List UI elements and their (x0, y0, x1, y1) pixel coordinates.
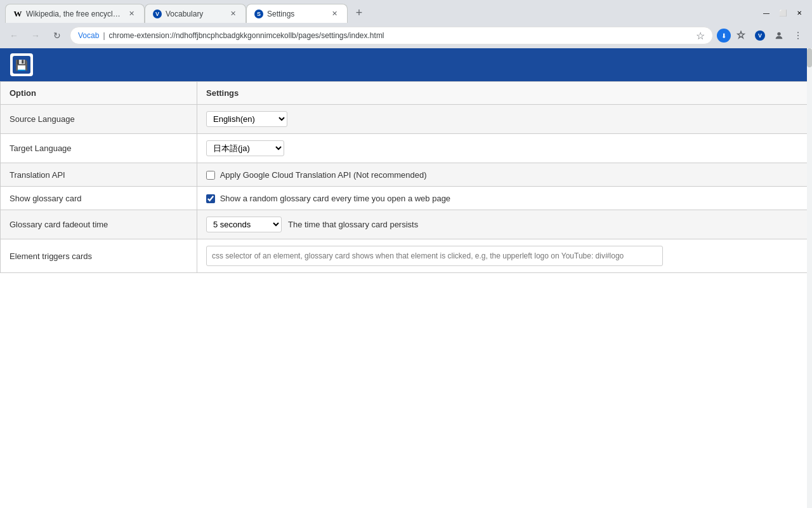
translation-api-label: Translation API (1, 163, 197, 187)
svg-point-0 (777, 32, 780, 36)
source-language-label: Source Language (1, 105, 197, 134)
vocabulary-favicon-icon: V (153, 10, 162, 18)
table-row: Source Language English(en) Japanese(ja)… (1, 105, 812, 134)
menu-icon[interactable] (789, 27, 807, 44)
ext-logo: 💾 (10, 53, 33, 76)
target-language-select[interactable]: 日本語(ja) English(en) Chinese(zh) Korean(k… (206, 140, 284, 156)
table-row: Glossary card fadeout time 1 seconds 2 s… (1, 210, 812, 239)
forward-button[interactable]: → (27, 27, 44, 44)
tab-close-vocabulary[interactable]: ✕ (228, 9, 238, 19)
tab-favicon-wikipedia: W (13, 10, 22, 18)
tab-label-vocabulary: Vocabulary (166, 10, 224, 18)
title-bar: W Wikipedia, the free encyclopedia ✕ V V… (0, 0, 812, 23)
element-triggers-cell (197, 239, 812, 273)
tab-label-settings: Settings (267, 10, 325, 18)
new-tab-button[interactable]: + (350, 4, 368, 22)
download-icon[interactable]: ⬇ (717, 29, 731, 43)
fadeout-time-select[interactable]: 1 seconds 2 seconds 3 seconds 5 seconds … (206, 217, 282, 232)
address-bar[interactable]: Vocab | chrome-extension://ndhoffjbncphc… (70, 27, 713, 44)
toolbar-icons: ⬇ V (717, 27, 807, 44)
element-triggers-label: Element triggers cards (1, 239, 197, 273)
window-controls: — ⬜ ✕ (754, 5, 812, 23)
target-language-label: Target Language (1, 134, 197, 163)
show-glossary-card-checkbox[interactable] (206, 194, 215, 203)
ext-header: 💾 (0, 48, 812, 81)
close-window-button[interactable]: ✕ (792, 5, 807, 20)
show-glossary-card-label: Show glossary card (1, 187, 197, 210)
address-icons: ☆ (696, 30, 705, 42)
col-option-header: Option (1, 82, 197, 105)
show-glossary-card-cell: Show a random glossary card every time y… (197, 187, 812, 210)
fadeout-row: 1 seconds 2 seconds 3 seconds 5 seconds … (206, 217, 802, 232)
page-content: 💾 Option Settings Source Language Englis… (0, 48, 812, 508)
tab-close-wikipedia[interactable]: ✕ (126, 9, 136, 19)
back-button[interactable]: ← (5, 27, 23, 44)
ext-logo-inner: 💾 (13, 56, 30, 74)
table-row: Translation API Apply Google Cloud Trans… (1, 163, 812, 187)
source-language-select[interactable]: English(en) Japanese(ja) Chinese(zh) Kor… (206, 111, 287, 127)
tab-wikipedia[interactable]: W Wikipedia, the free encyclopedia ✕ (5, 4, 145, 23)
vocab-ext-icon[interactable]: V (751, 27, 769, 44)
translation-api-cell: Apply Google Cloud Translation API (Not … (197, 163, 812, 187)
bookmark-icon[interactable]: ☆ (696, 30, 705, 42)
glossary-fadeout-cell: 1 seconds 2 seconds 3 seconds 5 seconds … (197, 210, 812, 239)
browser-frame: W Wikipedia, the free encyclopedia ✕ V V… (0, 0, 812, 508)
fadeout-hint-text: The time that glossary card persists (288, 220, 418, 229)
col-settings-header: Settings (197, 82, 812, 105)
show-glossary-card-checkbox-label[interactable]: Show a random glossary card every time y… (206, 193, 450, 203)
extensions-icon[interactable] (732, 27, 750, 44)
address-prefix: Vocab (78, 31, 99, 40)
scrollbar-track[interactable] (807, 48, 812, 508)
settings-favicon-icon: S (254, 10, 263, 18)
table-row: Target Language 日本語(ja) English(en) Chin… (1, 134, 812, 163)
svg-point-2 (797, 35, 799, 36)
show-glossary-card-checkbox-text: Show a random glossary card every time y… (220, 194, 450, 203)
tab-close-settings[interactable]: ✕ (329, 9, 339, 19)
address-separator: | (103, 31, 105, 40)
source-language-cell: English(en) Japanese(ja) Chinese(zh) Kor… (197, 105, 812, 134)
tab-vocabulary[interactable]: V Vocabulary ✕ (145, 4, 246, 23)
translation-api-checkbox[interactable] (206, 171, 215, 180)
table-row: Element triggers cards (1, 239, 812, 273)
wikipedia-favicon-icon: W (14, 9, 22, 19)
tab-label-wikipedia: Wikipedia, the free encyclopedia (26, 10, 122, 18)
tab-favicon-settings: S (254, 10, 263, 18)
settings-table: Option Settings Source Language English(… (0, 81, 812, 273)
table-row: Show glossary card Show a random glossar… (1, 187, 812, 210)
svg-point-3 (797, 38, 799, 39)
reload-button[interactable]: ↻ (48, 27, 66, 44)
svg-point-1 (797, 32, 799, 33)
glossary-fadeout-label: Glossary card fadeout time (1, 210, 197, 239)
translation-api-checkbox-label[interactable]: Apply Google Cloud Translation API (Not … (206, 170, 427, 179)
tab-settings[interactable]: S Settings ✕ (246, 4, 348, 23)
address-url: chrome-extension://ndhoffjbncphcbadgkkgo… (109, 31, 693, 40)
tabs-row: W Wikipedia, the free encyclopedia ✕ V V… (0, 0, 754, 23)
scrollbar-thumb[interactable] (807, 48, 812, 67)
minimize-button[interactable]: — (759, 5, 774, 20)
element-triggers-input[interactable] (206, 246, 663, 266)
profile-icon[interactable] (770, 27, 788, 44)
tab-favicon-vocabulary: V (153, 10, 162, 18)
maximize-button[interactable]: ⬜ (775, 5, 790, 20)
target-language-cell: 日本語(ja) English(en) Chinese(zh) Korean(k… (197, 134, 812, 163)
save-icon: 💾 (15, 59, 28, 71)
translation-api-checkbox-text: Apply Google Cloud Translation API (Not … (220, 170, 427, 180)
address-bar-row: ← → ↻ Vocab | chrome-extension://ndhoffj… (0, 23, 812, 48)
